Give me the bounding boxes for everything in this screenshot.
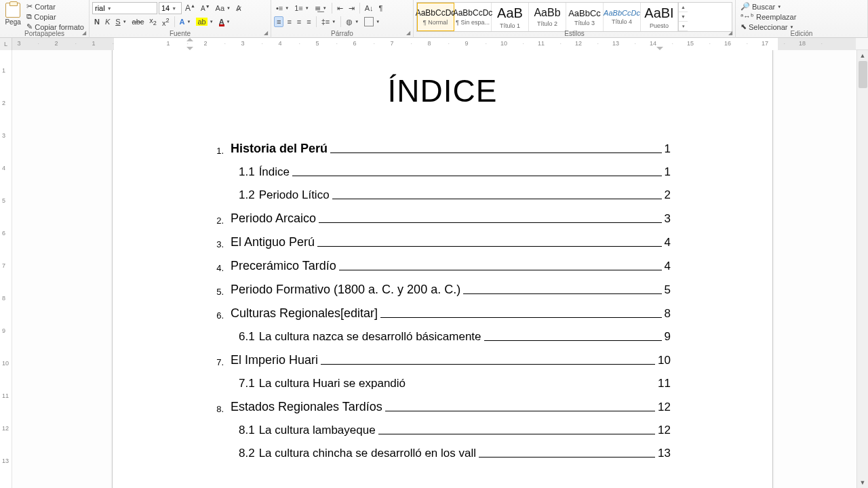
- bold-button[interactable]: N: [92, 17, 102, 26]
- ruler-tick: 9: [465, 40, 468, 47]
- style-item-3[interactable]: AaBbTítulo 2: [529, 3, 566, 31]
- borders-button[interactable]: ▼: [362, 16, 382, 27]
- toc-number: 3.: [214, 239, 224, 249]
- cut-button[interactable]: ✂Cortar: [24, 1, 86, 12]
- ruler-tick: 17: [762, 40, 768, 47]
- replace-button[interactable]: ᵃ↔ᵇReemplazar: [738, 12, 865, 22]
- scroll-thumb[interactable]: [859, 61, 867, 88]
- ruler-tick: 18: [799, 40, 806, 47]
- grow-font-button[interactable]: A▲: [183, 3, 197, 14]
- find-button[interactable]: 🔎Buscar▼: [738, 1, 865, 12]
- text-effects-button[interactable]: A▼: [178, 17, 193, 26]
- style-item-2[interactable]: AaBTítulo 1: [492, 3, 529, 31]
- vruler-tick: 9: [2, 327, 5, 334]
- highlight-button[interactable]: ab▼: [194, 17, 215, 26]
- gallery-more-button[interactable]: ▲▼▾: [678, 3, 688, 31]
- italic-button[interactable]: K: [103, 17, 112, 26]
- table-of-contents: 1.Historia del Perú11.1Índice11.2Periodo…: [214, 142, 671, 460]
- multilevel-button[interactable]: ≡͟▼: [313, 3, 329, 14]
- group-label-paragraph: Párrafo: [271, 30, 413, 37]
- ruler-minor-tick: ·: [635, 40, 637, 47]
- chevron-up-icon: ▲: [679, 3, 688, 12]
- vruler-tick: 6: [2, 230, 5, 237]
- document-area: 12345678910111213 ÍNDICE 1.Historia del …: [0, 50, 868, 488]
- align-left-button[interactable]: ≡: [274, 16, 283, 27]
- bullets-button[interactable]: •≡▼: [274, 3, 291, 13]
- scrollbar-vertical[interactable]: ▲ ▼: [856, 50, 868, 488]
- vruler-tick: 3: [2, 132, 5, 139]
- align-right-button[interactable]: ≡: [295, 17, 303, 26]
- font-color-icon: A: [219, 18, 224, 26]
- sort-button[interactable]: A↓: [363, 3, 376, 13]
- numbering-button[interactable]: 1≡▼: [292, 3, 311, 13]
- replace-label: Reemplazar: [756, 13, 796, 21]
- sort-icon: A↓: [365, 4, 374, 12]
- toc-page: 11: [658, 377, 671, 390]
- toc-entry: 1.2Periodo Lítico2: [214, 188, 671, 202]
- vruler-tick: 4: [2, 165, 5, 171]
- style-item-0[interactable]: AaBbCcDc¶ Normal: [417, 3, 454, 31]
- chevron-down-icon: ▼: [210, 20, 214, 24]
- style-item-4[interactable]: AaBbCcTítulo 3: [566, 3, 604, 31]
- font-family-combo[interactable]: rial▼: [92, 2, 157, 14]
- ruler-minor-tick: ·: [262, 40, 264, 47]
- toc-leader: [332, 199, 662, 199]
- style-name: Puesto: [650, 22, 669, 29]
- clear-format-button[interactable]: A̷: [234, 3, 243, 14]
- ruler-vertical[interactable]: 12345678910111213: [0, 50, 12, 488]
- font-family-value: rial: [95, 4, 105, 12]
- toc-text: La cultura Huari se expandió: [259, 377, 406, 390]
- toc-page: 10: [658, 354, 671, 367]
- style-item-6[interactable]: AaBIPuesto: [641, 3, 678, 31]
- copy-button[interactable]: ⧉Copiar: [24, 12, 86, 22]
- chevron-down-icon: ▼: [679, 12, 688, 22]
- italic-icon: K: [105, 18, 110, 26]
- change-case-button[interactable]: Aa▼: [214, 3, 233, 13]
- font-color-button[interactable]: A▼: [217, 17, 233, 27]
- ruler-tick: 2: [203, 40, 207, 47]
- align-center-button[interactable]: ≡: [285, 17, 293, 26]
- toc-leader: [330, 152, 661, 153]
- dialog-launcher-icon[interactable]: ◢: [81, 30, 87, 37]
- ruler-tick: 6: [353, 40, 356, 47]
- toc-page: 8: [665, 307, 671, 321]
- font-size-combo[interactable]: 14▼: [159, 2, 182, 14]
- increase-indent-button[interactable]: ⇥: [347, 3, 357, 14]
- chevron-down-icon: ▼: [107, 6, 112, 11]
- scroll-down-icon[interactable]: ▼: [857, 477, 868, 488]
- toc-text: Periodo Arcaico: [231, 211, 316, 226]
- toc-page: 2: [665, 188, 671, 202]
- ruler-minor-tick: ·: [747, 40, 749, 47]
- underline-button[interactable]: S▼: [113, 17, 128, 26]
- toc-number: 4.: [214, 263, 224, 273]
- style-name: ¶ Sin espa...: [456, 19, 490, 26]
- style-item-5[interactable]: AaBbCcDcTítulo 4: [604, 3, 641, 31]
- dialog-launcher-icon[interactable]: ◢: [405, 30, 412, 37]
- show-marks-button[interactable]: ¶: [377, 3, 385, 13]
- page[interactable]: ÍNDICE 1.Historia del Perú11.1Índice11.2…: [112, 50, 773, 488]
- vruler-tick: 8: [2, 295, 5, 302]
- style-item-1[interactable]: AaBbCcDc¶ Sin espa...: [454, 3, 492, 31]
- shading-button[interactable]: ◍▼: [344, 17, 361, 27]
- dialog-launcher-icon[interactable]: ◢: [262, 30, 269, 37]
- justify-button[interactable]: ≡: [304, 17, 313, 26]
- paste-button[interactable]: Pega: [3, 1, 23, 30]
- style-name: Título 1: [500, 22, 520, 29]
- line-spacing-button[interactable]: ‡≡▼: [319, 17, 338, 26]
- superscript-button[interactable]: x2: [160, 16, 172, 28]
- scroll-up-icon[interactable]: ▲: [857, 50, 868, 61]
- subscript-button[interactable]: x2: [147, 16, 159, 27]
- shrink-font-button[interactable]: A▼: [199, 3, 212, 13]
- dialog-launcher-icon[interactable]: ◢: [727, 30, 734, 37]
- strike-button[interactable]: abc: [130, 17, 146, 26]
- ruler-horizontal[interactable]: L 3·2·1·1·2·3·4·5·6·7·8·9·10·11·12·13·14…: [0, 38, 868, 50]
- chevron-down-icon: ▼: [789, 25, 793, 29]
- justify-icon: ≡: [307, 18, 311, 26]
- decrease-indent-button[interactable]: ⇤: [335, 3, 345, 14]
- chevron-down-icon: ▼: [186, 20, 191, 24]
- pilcrow-icon: ¶: [379, 4, 383, 12]
- toc-page: 1: [665, 165, 671, 179]
- group-label-editing: Edición: [736, 30, 867, 37]
- replace-icon: ᵃ↔ᵇ: [741, 12, 754, 21]
- toc-text: La cultura chincha se desarrolló en los …: [259, 447, 476, 460]
